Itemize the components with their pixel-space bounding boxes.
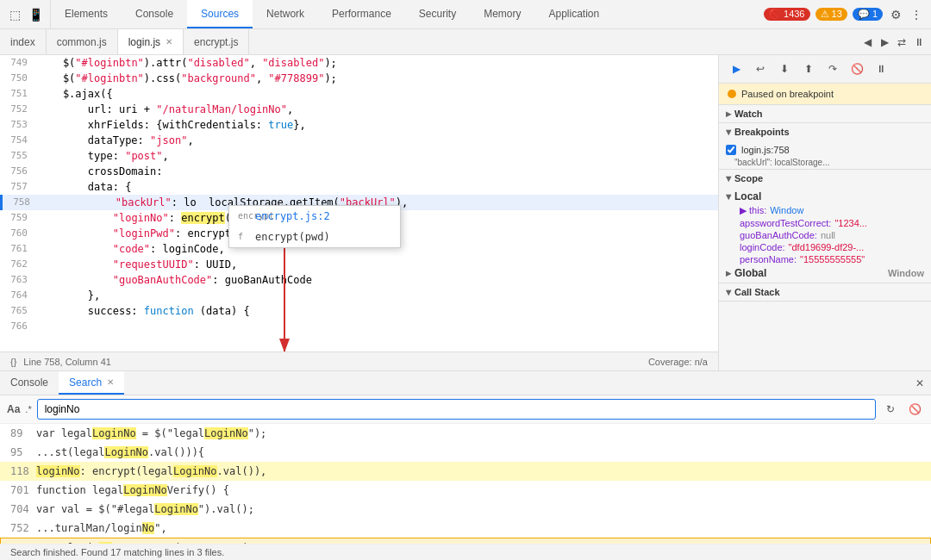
file-tab-index[interactable]: index bbox=[0, 29, 47, 54]
tab-sources[interactable]: Sources bbox=[187, 0, 253, 28]
dont-pause-btn[interactable]: ⏸ bbox=[871, 59, 891, 79]
callstack-header[interactable]: ▶ Call Stack bbox=[719, 283, 931, 301]
file-tab-common[interactable]: common.js bbox=[47, 29, 118, 54]
scope-header[interactable]: ▶ Scope bbox=[719, 170, 931, 187]
autocomplete-item-encrypt-fn[interactable]: f encrypt(pwd) bbox=[229, 227, 400, 247]
breakpoints-header[interactable]: ▶ Breakpoints bbox=[719, 123, 931, 140]
breakpoint-detail-0: "backUrl": localStorage... bbox=[719, 158, 931, 167]
search-refresh-btn[interactable]: ↻ bbox=[881, 400, 900, 419]
scope-prop-personname: personName: "15555555555" bbox=[719, 253, 931, 265]
breakpoint-dot bbox=[728, 90, 736, 98]
tab-elements[interactable]: Elements bbox=[51, 0, 122, 28]
search-regex-btn[interactable]: .* bbox=[25, 404, 31, 414]
callstack-section: ▶ Call Stack bbox=[719, 283, 931, 302]
tab-network[interactable]: Network bbox=[253, 0, 318, 28]
file-tab-login-close[interactable]: ✕ bbox=[166, 37, 172, 47]
autocomplete-item-encrypt[interactable]: encrypt encrypt.js:2 bbox=[229, 206, 400, 227]
scope-section: ▶ Scope ▶ Local ▶ this: Window apsswordT… bbox=[719, 170, 931, 283]
breakpoints-label: Breakpoints bbox=[734, 127, 790, 137]
scope-local-group[interactable]: ▶ Local bbox=[719, 189, 931, 204]
info-badge: 💬 1 bbox=[853, 8, 883, 21]
watch-label: Watch bbox=[734, 109, 763, 119]
scope-global-label: Global bbox=[734, 267, 766, 279]
watch-header[interactable]: ▶ Watch bbox=[719, 105, 931, 122]
search-result-704[interactable]: 704 var val = $("#legalLoginNo").val(); bbox=[0, 500, 931, 519]
tab-console[interactable]: Console bbox=[122, 0, 187, 28]
coverage-status: Coverage: n/a bbox=[648, 357, 708, 367]
file-tab-login[interactable]: login.js ✕ bbox=[118, 29, 184, 54]
resume-btn[interactable]: ▶ bbox=[726, 59, 747, 79]
settings-icon[interactable]: ⚙ bbox=[888, 7, 903, 22]
code-line-757: 757 data: { bbox=[0, 179, 718, 195]
debug-toolbar: ▶ ↩ ⬇ ⬆ ↷ 🚫 ⏸ bbox=[719, 55, 931, 84]
breakpoint-checkbox-0[interactable] bbox=[726, 145, 736, 155]
tab-performance[interactable]: Performance bbox=[318, 0, 405, 28]
step-into-btn[interactable]: ⬇ bbox=[774, 59, 795, 79]
toolbar-right: 🚫 1436 ⚠ 13 💬 1 ⚙ ⋮ bbox=[757, 7, 931, 22]
search-input[interactable] bbox=[37, 399, 876, 420]
code-line-750: 750 $("#loginbtn").css("background", "#7… bbox=[0, 71, 718, 86]
deactivate-btn[interactable]: 🚫 bbox=[847, 59, 867, 79]
tab-right-icon[interactable]: ▶ bbox=[876, 34, 893, 51]
error-badge: 🚫 1436 bbox=[764, 8, 810, 21]
more-icon[interactable]: ⋮ bbox=[909, 7, 924, 22]
scope-global-group[interactable]: ▶ Global Window bbox=[719, 265, 931, 281]
callstack-label: Call Stack bbox=[734, 287, 780, 297]
tab-pause-icon[interactable]: ⏸ bbox=[910, 34, 928, 51]
scope-triangle: ▶ bbox=[725, 176, 733, 181]
search-result-95[interactable]: 95 ...st(legalLoginNo.val())){ bbox=[0, 443, 931, 462]
tab-security[interactable]: Security bbox=[405, 0, 470, 28]
bottom-panel: Console Search ✕ ✕ Aa .* ↻ 🚫 89 var lega… bbox=[0, 370, 931, 560]
search-result-701[interactable]: 701 function legalLoginNoVerify() { bbox=[0, 481, 931, 500]
search-result-759[interactable]: 759 "loginNo": encrypt(personName), bbox=[0, 538, 931, 544]
search-toolbar: Aa .* ↻ 🚫 bbox=[0, 395, 931, 424]
code-line-763: 763 "guoBanAuthCode": guoBanAuthCode bbox=[0, 272, 718, 288]
search-result-752[interactable]: 752 ...turalMan/loginNo", bbox=[0, 519, 931, 538]
tab-application[interactable]: Application bbox=[535, 0, 614, 28]
code-view[interactable]: 749 $("#loginbtn").attr("disabled", "dis… bbox=[0, 55, 718, 352]
scope-label: Scope bbox=[734, 173, 763, 184]
top-toolbar: ⬚ 📱 Elements Console Sources Network Per… bbox=[0, 0, 931, 29]
tab-memory[interactable]: Memory bbox=[470, 0, 534, 28]
code-line-766: 766 bbox=[0, 319, 718, 334]
code-line-754: 754 dataType: "json", bbox=[0, 133, 718, 148]
search-case-btn[interactable]: Aa bbox=[7, 403, 20, 415]
devtools-icons: ⬚ 📱 bbox=[0, 0, 51, 28]
search-footer: Search finished. Found 17 matching lines… bbox=[0, 544, 931, 560]
dock-icon[interactable]: ⬚ bbox=[7, 7, 22, 22]
right-panel: ▶ ↩ ⬇ ⬆ ↷ 🚫 ⏸ Paused on breakpoint ▶ Wat… bbox=[718, 55, 931, 370]
watch-section: ▶ Watch bbox=[719, 105, 931, 123]
file-tab-encrypt[interactable]: encrypt.js bbox=[184, 29, 249, 54]
bottom-tab-console[interactable]: Console bbox=[0, 371, 59, 395]
local-triangle: ▶ bbox=[725, 194, 733, 199]
code-line-751: 751 $.ajax({ bbox=[0, 86, 718, 102]
status-bar: {} Line 758, Column 41 Coverage: n/a bbox=[0, 352, 718, 370]
breakpoint-file-0: login.js:758 bbox=[741, 145, 790, 155]
step-over-btn[interactable]: ↩ bbox=[750, 59, 771, 79]
responsive-icon[interactable]: 📱 bbox=[28, 7, 43, 22]
bottom-tab-search-close[interactable]: ✕ bbox=[107, 377, 114, 387]
code-line-755: 755 type: "post", bbox=[0, 148, 718, 164]
scope-prop-guoban: guoBanAuthCode: null bbox=[719, 229, 931, 241]
breakpoints-triangle: ▶ bbox=[725, 129, 733, 134]
cursor-position: Line 758, Column 41 bbox=[23, 357, 111, 367]
tab-sync-icon[interactable]: ⇄ bbox=[893, 34, 910, 51]
search-result-118[interactable]: 118 loginNo: encrypt(legalLoginNo.val())… bbox=[0, 462, 931, 481]
breakpoint-text: Paused on breakpoint bbox=[741, 89, 834, 99]
main-content: 749 $("#loginbtn").attr("disabled", "dis… bbox=[0, 55, 931, 370]
nav-tabs: Elements Console Sources Network Perform… bbox=[51, 0, 757, 28]
watch-triangle: ▶ bbox=[726, 110, 731, 118]
bottom-panel-close[interactable]: ✕ bbox=[909, 377, 931, 389]
search-results[interactable]: 89 var legalLoginNo = $("legalLoginNo");… bbox=[0, 424, 931, 544]
tab-left-icon[interactable]: ◀ bbox=[859, 34, 876, 51]
search-result-89[interactable]: 89 var legalLoginNo = $("legalLoginNo"); bbox=[0, 424, 931, 443]
code-line-762: 762 "requestUUID": UUID, bbox=[0, 257, 718, 272]
scope-content: ▶ Local ▶ this: Window apsswordTestCorre… bbox=[719, 187, 931, 283]
search-clear-btn[interactable]: 🚫 bbox=[905, 400, 924, 419]
breakpoint-info: Paused on breakpoint bbox=[719, 84, 931, 105]
bottom-tabs: Console Search ✕ ✕ bbox=[0, 371, 931, 395]
code-line-752: 752 url: uri + "/naturalMan/loginNo", bbox=[0, 102, 718, 117]
step-btn[interactable]: ↷ bbox=[822, 59, 843, 79]
bottom-tab-search[interactable]: Search ✕ bbox=[59, 371, 124, 395]
step-out-btn[interactable]: ⬆ bbox=[798, 59, 819, 79]
